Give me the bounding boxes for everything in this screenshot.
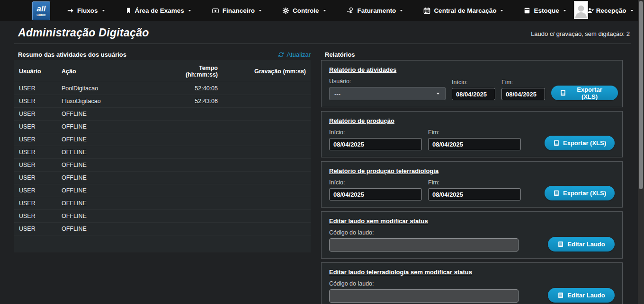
exportar-xls-button[interactable]: Exportar (XLS) — [551, 86, 618, 100]
usuario-select[interactable]: --- — [329, 87, 446, 100]
card-heading-link[interactable]: Editar laudo sem modificar status — [329, 217, 428, 225]
nav-item-estoque[interactable]: Estoque — [514, 0, 576, 21]
tempo-cell — [173, 223, 223, 235]
acao-cell: OFFLINE — [57, 146, 173, 159]
fim-input[interactable] — [428, 188, 521, 200]
table-row: USERPoolDigitacao52:40:05 — [14, 82, 311, 95]
codigo-laudo-input[interactable] — [329, 289, 519, 303]
button-label: Exportar (XLS) — [570, 86, 609, 100]
editar-laudo-button[interactable]: Editar Laudo — [548, 237, 615, 252]
table-row: USEROFFLINE — [14, 197, 311, 210]
gravacao-cell — [223, 121, 311, 133]
app-logo[interactable]: all Clinic — [32, 1, 50, 20]
gravacao-cell — [223, 223, 311, 235]
exportar-xls-button[interactable]: Exportar (XLS) — [545, 186, 615, 200]
table-row: USEROFFLINE — [14, 159, 311, 172]
nav-item-label: Estoque — [534, 7, 559, 14]
main-content: Resumo das atividades dos usuários Atual… — [14, 49, 623, 304]
usuario-cell: USER — [14, 121, 57, 133]
column-header-tempo-hh-mm-ss: Tempo (hh:mm:ss) — [173, 60, 223, 82]
vertical-scrollbar-track[interactable] — [638, 0, 644, 304]
column-header-usuario: Usuário — [14, 60, 57, 82]
acao-cell: OFFLINE — [57, 210, 173, 223]
field-label: Fim: — [428, 129, 521, 136]
user-menu[interactable] — [574, 1, 595, 19]
nav-item-controle[interactable]: Controle — [272, 0, 337, 21]
user-avatar[interactable] — [574, 1, 588, 19]
chevron-down-icon — [322, 9, 327, 13]
gravacao-cell — [223, 108, 311, 121]
nav-item-faturamento[interactable]: Faturamento — [337, 0, 414, 21]
nav-item-financeiro[interactable]: Financeiro — [202, 0, 272, 21]
exportar-xls-button[interactable]: Exportar (XLS) — [545, 136, 615, 150]
usuario-cell: USER — [14, 197, 57, 210]
usuario-cell: USER — [14, 172, 57, 184]
table-row: USEROFFLINE — [14, 121, 311, 133]
box-icon — [524, 7, 530, 14]
usuario-cell: USER — [14, 210, 57, 223]
fim-input[interactable] — [501, 88, 545, 100]
card-heading-link[interactable]: Relatório de atividades — [329, 66, 396, 73]
money-icon — [212, 8, 219, 14]
nav-item-label: Central de Marcação — [434, 7, 496, 14]
person-silhouette-icon — [575, 4, 587, 18]
acao-cell: OFFLINE — [57, 197, 173, 210]
gravacao-cell — [223, 184, 311, 197]
chevron-down-icon — [188, 9, 192, 13]
editar-laudo-button[interactable]: Editar Laudo — [548, 288, 615, 303]
fim-input[interactable] — [428, 138, 521, 150]
gravacao-cell — [223, 197, 311, 210]
activities-table: UsuárioAçãoTempo (hh:mm:ss)Gravação (mm:… — [14, 60, 311, 235]
field-label: Usuário: — [329, 78, 446, 85]
tempo-cell — [173, 197, 223, 210]
nav-item-central-de-marcacao[interactable]: Central de Marcação — [413, 0, 514, 21]
arrow-right-icon — [67, 7, 74, 14]
field-label: Fim: — [501, 79, 545, 86]
main-menu: FluxosÁrea de ExamesFinanceiroControleFa… — [57, 0, 644, 21]
chevron-down-icon — [630, 9, 634, 13]
nav-item-fluxos[interactable]: Fluxos — [57, 0, 116, 21]
field-label: Início: — [329, 179, 422, 186]
inicio-input[interactable] — [329, 138, 422, 150]
gravacao-cell — [223, 82, 311, 95]
refresh-label: Atualizar — [286, 51, 311, 58]
button-label: Exportar (XLS) — [563, 190, 606, 197]
codigo-laudo-input[interactable] — [329, 238, 519, 252]
field-label: Início: — [452, 79, 495, 86]
gravacao-cell — [223, 159, 311, 172]
refresh-icon — [278, 52, 284, 58]
status-counter: Laudo c/ gravação, sem digitação: 2 — [531, 30, 631, 39]
gravacao-cell — [223, 146, 311, 159]
chevron-down-icon — [500, 9, 504, 13]
gear-icon — [282, 7, 289, 14]
table-row: USEROFFLINE — [14, 146, 311, 159]
button-label: Editar Laudo — [567, 292, 605, 299]
table-row: USEROFFLINE — [14, 210, 311, 223]
card-editar-laudo-sem-modificar-status: Editar laudo sem modificar statusCódigo … — [321, 211, 623, 259]
nav-item-area-de-exames[interactable]: Área de Exames — [116, 0, 202, 21]
card-heading-link[interactable]: Relatório de produção telerradiologia — [329, 167, 438, 174]
nav-item-label: Controle — [293, 7, 319, 14]
tempo-cell: 52:40:05 — [173, 82, 223, 95]
nav-item-label: Recepção — [596, 7, 626, 14]
spreadsheet-icon — [553, 190, 560, 197]
inicio-input[interactable] — [452, 88, 495, 100]
card-heading-link[interactable]: Editar laudo telerradiologia sem modific… — [329, 269, 472, 276]
activities-section: Resumo das atividades dos usuários Atual… — [14, 49, 311, 252]
button-label: Exportar (XLS) — [563, 139, 606, 147]
card-heading-link[interactable]: Relatório de produção — [329, 117, 394, 124]
hand-coin-icon — [347, 7, 354, 14]
refresh-link[interactable]: Atualizar — [278, 51, 311, 58]
usuario-cell: USER — [14, 223, 57, 235]
usuario-cell: USER — [14, 159, 57, 172]
usuario-cell: USER — [14, 184, 57, 197]
vertical-scrollbar-thumb[interactable] — [639, 1, 643, 189]
usuario-cell: USER — [14, 82, 57, 95]
inicio-input[interactable] — [329, 188, 422, 200]
chevron-down-icon — [399, 9, 403, 13]
chevron-down-icon — [258, 9, 262, 13]
nav-item-label: Fluxos — [77, 7, 98, 14]
acao-cell: OFFLINE — [57, 133, 173, 146]
spreadsheet-icon — [560, 89, 566, 96]
chevron-down-icon — [101, 9, 106, 13]
